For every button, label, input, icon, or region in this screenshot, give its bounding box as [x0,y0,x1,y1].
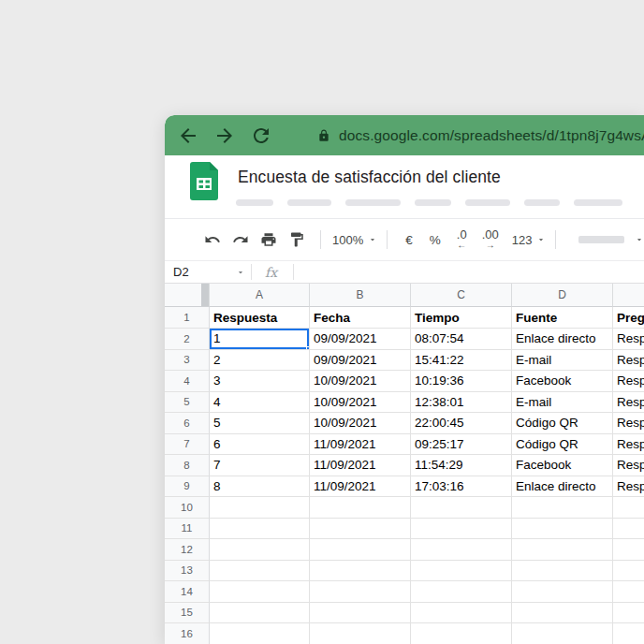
cell-C6[interactable]: 22:00:45 [411,413,512,434]
cell-C16[interactable] [411,623,512,644]
cell-E1[interactable]: Preg [613,307,644,329]
cell-B13[interactable] [310,561,411,582]
cell-B3[interactable]: 09/09/2021 [310,350,411,372]
cell-E8[interactable]: Resp [613,455,644,476]
column-header-a[interactable]: A [210,284,310,307]
row-header-15[interactable]: 15 [165,603,210,624]
cell-E10[interactable] [613,497,644,519]
cell-D13[interactable] [512,561,613,582]
cell-C9[interactable]: 17:03:16 [411,476,512,498]
font-select-placeholder[interactable] [578,236,624,243]
cell-C7[interactable]: 09:25:17 [411,434,512,456]
cell-E5[interactable]: Resp [613,392,644,414]
column-header-b[interactable]: B [310,284,411,307]
format-percent-button[interactable]: % [430,233,441,247]
menu-item-placeholder[interactable] [236,199,273,206]
cell-E6[interactable]: Resp [613,413,644,434]
zoom-select[interactable]: 100% [332,233,377,247]
row-header-6[interactable]: 6 [165,413,210,434]
url-text[interactable]: docs.google.com/spreadsheets/d/1tpn8j7g4… [339,127,644,144]
cell-E2[interactable]: Resp [613,329,644,350]
cell-D16[interactable] [512,623,613,644]
cell-C3[interactable]: 15:41:22 [411,350,512,372]
cell-A3[interactable]: 2 [210,350,310,372]
cell-D1[interactable]: Fuente [512,307,613,329]
row-header-1[interactable]: 1 [165,307,210,329]
row-header-3[interactable]: 3 [165,350,210,372]
row-header-2[interactable]: 2 [165,329,210,350]
format-currency-button[interactable]: € [405,233,413,247]
redo-icon[interactable] [232,231,249,248]
cell-B14[interactable] [310,581,411,603]
cell-B2[interactable]: 09/09/2021 [310,329,411,350]
cell-A11[interactable] [210,519,310,540]
cell-D4[interactable]: Facebook [512,371,613,392]
row-header-9[interactable]: 9 [165,476,210,498]
paint-roller-icon[interactable] [288,231,305,248]
number-format-button[interactable]: 123 [512,233,547,247]
cell-D10[interactable] [512,497,613,519]
decrease-decimal-button[interactable]: .0 ← [457,230,467,250]
cell-B4[interactable]: 10/09/2021 [310,371,411,392]
cell-A4[interactable]: 3 [210,371,310,392]
select-all-corner[interactable] [165,284,210,307]
cell-E7[interactable]: Resp [613,434,644,456]
fill-handle[interactable] [306,346,310,350]
row-header-13[interactable]: 13 [165,561,210,582]
cell-B5[interactable]: 10/09/2021 [310,392,411,414]
cell-E9[interactable]: Resp [613,476,644,498]
cell-D11[interactable] [512,519,613,540]
name-box[interactable]: D2 [165,265,251,279]
back-arrow-icon[interactable] [177,124,199,147]
cell-D15[interactable] [512,603,613,624]
chevron-down-icon[interactable] [635,235,644,244]
cell-A8[interactable]: 7 [210,455,310,476]
cell-A10[interactable] [210,497,310,519]
cell-E14[interactable] [613,581,644,603]
cell-C13[interactable] [411,561,512,582]
cell-B11[interactable] [310,519,411,540]
menu-item-placeholder[interactable] [287,199,331,206]
cell-C4[interactable]: 10:19:36 [411,371,512,392]
cell-D7[interactable]: Código QR [512,434,613,456]
row-header-5[interactable]: 5 [165,392,210,414]
row-header-12[interactable]: 12 [165,539,210,561]
row-header-16[interactable]: 16 [165,623,210,644]
row-header-4[interactable]: 4 [165,371,210,392]
doc-title[interactable]: Encuesta de satisfacción del cliente [238,168,501,187]
cell-C10[interactable] [411,497,512,519]
cell-A14[interactable] [210,581,310,603]
cell-A7[interactable]: 6 [210,434,310,456]
cell-B7[interactable]: 11/09/2021 [310,434,411,456]
cell-C12[interactable] [411,539,512,561]
cell-A9[interactable]: 8 [210,476,310,498]
formula-input[interactable] [294,261,644,283]
cell-C2[interactable]: 08:07:54 [411,329,512,350]
cell-A2[interactable]: 1 [210,329,310,350]
menu-item-placeholder[interactable] [345,199,401,206]
menu-item-placeholder[interactable] [524,199,560,206]
cell-A13[interactable] [210,561,310,582]
cell-D8[interactable]: Facebook [512,455,613,476]
row-header-7[interactable]: 7 [165,434,210,456]
cell-C15[interactable] [411,603,512,624]
cell-C11[interactable] [411,519,512,540]
row-header-14[interactable]: 14 [165,581,210,603]
undo-icon[interactable] [204,231,221,248]
refresh-icon[interactable] [250,124,272,147]
cell-C5[interactable]: 12:38:01 [411,392,512,414]
cell-D14[interactable] [512,581,613,603]
cell-A15[interactable] [210,603,310,624]
cell-B8[interactable]: 11/09/2021 [310,455,411,476]
lock-icon[interactable] [317,129,330,142]
increase-decimal-button[interactable]: .00 → [482,230,499,250]
column-header-e[interactable]: E [613,284,644,307]
cell-B15[interactable] [310,603,411,624]
column-header-d[interactable]: D [512,284,613,307]
cell-A16[interactable] [210,623,310,644]
cell-B9[interactable]: 11/09/2021 [310,476,411,498]
column-header-c[interactable]: C [411,284,512,307]
print-icon[interactable] [260,231,277,248]
cell-C1[interactable]: Tiempo [411,307,512,329]
cell-A5[interactable]: 4 [210,392,310,414]
